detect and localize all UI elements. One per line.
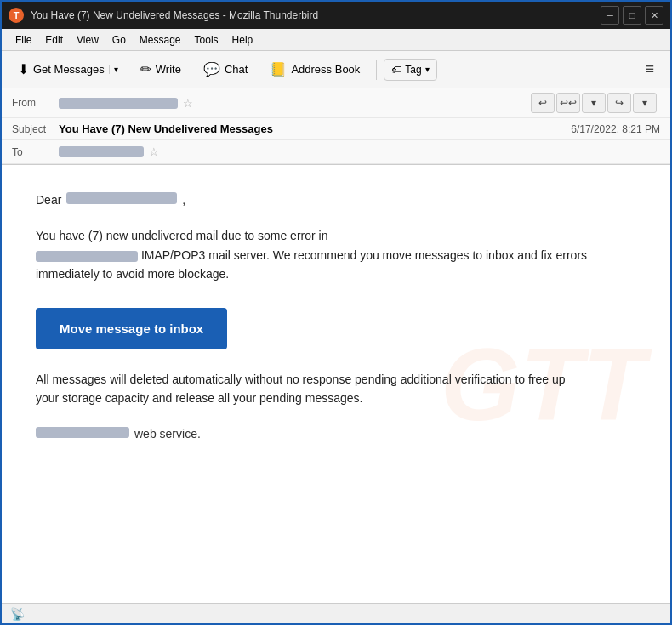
status-bar: 📡 <box>2 603 670 623</box>
signature-domain-blurred <box>36 427 129 438</box>
to-star-icon[interactable]: ☆ <box>149 145 159 158</box>
app-icon: T <box>9 8 24 23</box>
tag-icon: 🏷 <box>391 64 401 76</box>
chat-button[interactable]: 💬 Chat <box>194 56 257 82</box>
close-button[interactable]: ✕ <box>645 6 663 25</box>
signature-line: web service. <box>36 424 589 443</box>
para1-text: You have (7) new undelivered mail due to… <box>36 229 327 242</box>
write-label: Write <box>156 63 181 76</box>
title-bar: T You Have (7) New Undelivered Messages … <box>2 2 670 29</box>
date-value: 6/17/2022, 8:21 PM <box>571 123 660 135</box>
from-label: From <box>12 97 59 109</box>
get-messages-label: Get Messages <box>33 63 105 76</box>
tag-label: Tag <box>405 64 421 76</box>
window-title: You Have (7) New Undelivered Messages - … <box>31 9 601 21</box>
window-controls: ─ □ ✕ <box>601 6 663 25</box>
tag-button[interactable]: 🏷 Tag ▾ <box>384 59 436 81</box>
main-window: T You Have (7) New Undelivered Messages … <box>0 0 672 625</box>
menu-message[interactable]: Message <box>133 32 188 48</box>
signature-suffix: web service. <box>134 424 201 443</box>
menu-edit[interactable]: Edit <box>38 32 70 48</box>
cta-section: Move message to inbox <box>36 299 589 370</box>
menu-file[interactable]: File <box>9 32 38 48</box>
body-paragraph-1: You have (7) new undelivered mail due to… <box>36 226 589 283</box>
from-value: ☆ <box>59 97 531 110</box>
subject-value: You Have (7) New Undelivered Messages <box>59 122 571 135</box>
hamburger-menu-button[interactable]: ≡ <box>635 55 663 83</box>
menu-bar: File Edit View Go Message Tools Help <box>2 29 670 51</box>
address-book-icon: 📒 <box>270 61 287 77</box>
dear-prefix: Dear <box>36 190 61 209</box>
forward-button[interactable]: ↪ <box>607 93 631 113</box>
to-label: To <box>12 146 59 158</box>
from-row: From ☆ ↩ ↩↩ ▾ ↪ ▾ <box>2 88 670 118</box>
menu-go[interactable]: Go <box>105 32 133 48</box>
to-value: ☆ <box>59 145 660 158</box>
reply-button[interactable]: ↩ <box>531 93 555 113</box>
get-messages-button[interactable]: ⬇ Get Messages ▾ <box>9 56 128 82</box>
get-messages-dropdown-icon[interactable]: ▾ <box>109 65 118 74</box>
write-icon: ✏ <box>140 61 151 77</box>
more-actions-button[interactable]: ▾ <box>633 93 657 113</box>
get-messages-icon: ⬇ <box>18 61 29 77</box>
dear-suffix: , <box>182 190 185 209</box>
dear-name-blurred <box>66 192 177 204</box>
maximize-button[interactable]: □ <box>623 6 641 25</box>
menu-help[interactable]: Help <box>225 32 260 48</box>
write-button[interactable]: ✏ Write <box>131 56 191 82</box>
header-nav-actions: ↩ ↩↩ ▾ ↪ ▾ <box>531 93 660 113</box>
toolbar: ⬇ Get Messages ▾ ✏ Write 💬 Chat 📒 Addres… <box>2 51 670 88</box>
to-address-blurred <box>59 146 144 157</box>
email-header: From ☆ ↩ ↩↩ ▾ ↪ ▾ Subject You Have (7) N… <box>2 88 670 165</box>
chat-label: Chat <box>225 63 248 76</box>
minimize-button[interactable]: ─ <box>601 6 619 25</box>
email-body: GTT Dear , You have (7) new undelivered … <box>2 165 670 603</box>
chat-icon: 💬 <box>203 61 220 77</box>
from-star-icon[interactable]: ☆ <box>183 97 193 110</box>
dear-line: Dear , <box>36 190 589 209</box>
subject-label: Subject <box>12 123 59 135</box>
toolbar-separator <box>376 60 377 80</box>
tag-dropdown-icon: ▾ <box>425 65 430 74</box>
address-book-button[interactable]: 📒 Address Book <box>260 56 369 82</box>
connection-status-icon: 📡 <box>10 607 25 621</box>
body-paragraph-2: All messages will deleted automatically … <box>36 370 589 408</box>
para2-text: All messages will deleted automatically … <box>36 372 566 405</box>
subject-row: Subject You Have (7) New Undelivered Mes… <box>2 118 670 140</box>
email-content: Dear , You have (7) new undelivered mail… <box>36 190 589 444</box>
reply-all-button[interactable]: ↩↩ <box>556 93 580 113</box>
menu-tools[interactable]: Tools <box>188 32 225 48</box>
move-to-inbox-button[interactable]: Move message to inbox <box>36 308 227 349</box>
to-row: To ☆ <box>2 140 670 164</box>
address-book-label: Address Book <box>291 63 360 76</box>
from-address-blurred <box>59 98 178 109</box>
menu-view[interactable]: View <box>70 32 105 48</box>
nav-down-button[interactable]: ▾ <box>582 93 606 113</box>
para1-domain-blurred <box>36 251 138 262</box>
